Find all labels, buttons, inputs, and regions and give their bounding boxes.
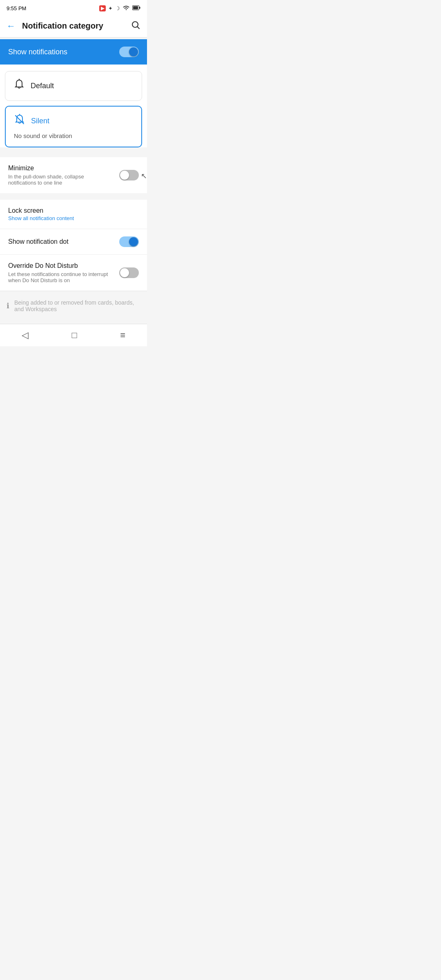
nav-bar: ◁ □ ≡ <box>0 324 147 346</box>
bell-icon <box>13 79 25 93</box>
divider <box>0 152 147 156</box>
bluetooth-icon: ✦ <box>108 5 113 11</box>
notification-dot-thumb <box>129 237 138 246</box>
option-silent-header: Silent <box>14 114 133 128</box>
svg-rect-1 <box>133 6 138 9</box>
footer-info-text: Being added to or removed from cards, bo… <box>14 299 140 312</box>
option-default-header: Default <box>13 79 134 93</box>
dnd-title: Override Do Not Disturb <box>8 262 113 270</box>
status-icons: ▶ ✦ ☽ <box>99 5 140 12</box>
notification-dot-toggle[interactable] <box>119 236 139 247</box>
dnd-toggle-thumb <box>120 268 129 277</box>
option-silent-desc: No sound or vibration <box>14 132 133 139</box>
toggle-thumb <box>129 47 138 56</box>
settings-section: Minimize In the pull-down shade, collaps… <box>0 157 147 193</box>
lockscreen-subtitle[interactable]: Show all notification content <box>8 215 132 221</box>
notification-dot-title: Show notification dot <box>8 238 113 245</box>
top-bar: ← Notification category <box>0 15 147 38</box>
show-notifications-toggle[interactable] <box>119 47 139 57</box>
footer-info: ℹ Being added to or removed from cards, … <box>0 291 147 321</box>
page-title: Notification category <box>22 21 131 31</box>
svg-line-4 <box>138 27 140 29</box>
minimize-toggle-thumb <box>120 171 129 180</box>
status-bar: 9:55 PM ▶ ✦ ☽ <box>0 0 147 15</box>
minimize-toggle[interactable]: ↖ <box>119 170 139 180</box>
option-default-label: Default <box>31 82 54 90</box>
dnd-subtitle: Let these notifications continue to inte… <box>8 271 113 283</box>
record-icon: ▶ <box>99 5 106 11</box>
notification-dot-row: Show notification dot <box>0 229 147 255</box>
moon-icon: ☽ <box>115 5 120 11</box>
option-default[interactable]: Default <box>5 71 142 101</box>
search-button[interactable] <box>131 20 140 32</box>
option-silent[interactable]: Silent No sound or vibration <box>5 106 142 147</box>
back-button[interactable]: ← <box>7 22 16 31</box>
lockscreen-title: Lock screen <box>8 207 132 214</box>
lockscreen-content: Lock screen Show all notification conten… <box>8 207 132 221</box>
info-icon: ℹ <box>7 301 9 310</box>
wifi-icon <box>122 5 130 12</box>
dnd-toggle[interactable] <box>119 267 139 278</box>
notification-dot-content: Show notification dot <box>8 238 113 245</box>
minimize-content: Minimize In the pull-down shade, collaps… <box>8 165 113 186</box>
minimize-title: Minimize <box>8 165 113 172</box>
dnd-content: Override Do Not Disturb Let these notifi… <box>8 262 113 283</box>
minimize-row: Minimize In the pull-down shade, collaps… <box>0 157 147 193</box>
nav-menu-button[interactable]: ≡ <box>120 330 125 341</box>
bell-slash-icon <box>14 114 25 128</box>
show-notifications-label: Show notifications <box>8 48 67 56</box>
settings-section-2: Lock screen Show all notification conten… <box>0 200 147 291</box>
dnd-row: Override Do Not Disturb Let these notifi… <box>0 255 147 291</box>
minimize-subtitle: In the pull-down shade, collapse notific… <box>8 174 113 186</box>
battery-icon <box>132 5 140 11</box>
divider2 <box>0 195 147 198</box>
option-silent-label: Silent <box>31 117 49 125</box>
nav-back-button[interactable]: ◁ <box>22 330 29 341</box>
svg-rect-2 <box>139 7 140 9</box>
nav-home-button[interactable]: □ <box>71 330 77 341</box>
show-notifications-banner: Show notifications <box>0 39 147 65</box>
lockscreen-row[interactable]: Lock screen Show all notification conten… <box>0 200 147 229</box>
status-time: 9:55 PM <box>7 5 26 11</box>
